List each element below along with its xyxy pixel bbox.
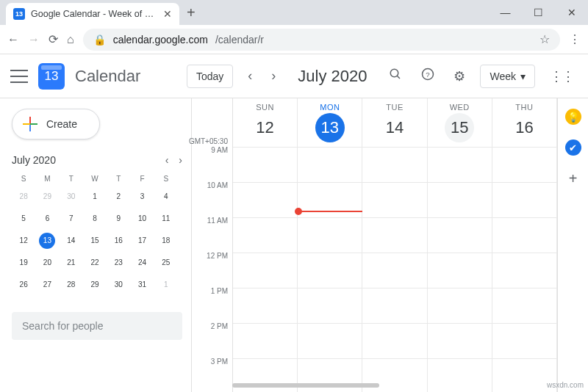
gear-icon[interactable]: ⚙: [449, 64, 470, 89]
minical-day[interactable]: 30: [107, 274, 130, 296]
minical-day[interactable]: 15: [83, 230, 107, 252]
time-slot[interactable]: [428, 288, 492, 323]
day-number[interactable]: 13: [315, 113, 345, 142]
time-slot[interactable]: [362, 148, 427, 182]
apps-icon[interactable]: ⋮⋮: [545, 64, 578, 89]
back-button[interactable]: ←: [7, 33, 19, 46]
close-window-button[interactable]: ✕: [555, 0, 588, 25]
time-slot[interactable]: [492, 183, 557, 217]
minical-day[interactable]: 29: [35, 186, 59, 208]
day-header[interactable]: TUE14: [362, 98, 427, 147]
time-slot[interactable]: [233, 253, 298, 288]
minical-day[interactable]: 9: [107, 208, 130, 230]
url-field[interactable]: 🔒 calendar.google.com/calendar/r ☆: [83, 29, 560, 51]
minical-day[interactable]: 2: [107, 186, 130, 208]
day-header[interactable]: MON13: [298, 98, 362, 147]
maximize-button[interactable]: ☐: [522, 0, 555, 25]
time-slot-row[interactable]: [233, 182, 557, 217]
minical-day[interactable]: 6: [35, 208, 59, 230]
time-slot[interactable]: [298, 253, 362, 288]
minical-day[interactable]: 18: [154, 230, 178, 252]
minical-day[interactable]: 7: [60, 208, 83, 230]
day-number[interactable]: 14: [380, 113, 409, 142]
minical-day[interactable]: 5: [12, 208, 35, 230]
minical-day[interactable]: 31: [130, 274, 154, 296]
home-button[interactable]: ⌂: [67, 33, 74, 46]
time-slot[interactable]: [492, 288, 557, 323]
horizontal-scrollbar[interactable]: [232, 383, 379, 388]
time-slot[interactable]: [428, 324, 492, 358]
day-number[interactable]: 15: [445, 113, 474, 142]
time-slot[interactable]: [362, 218, 427, 253]
time-slot[interactable]: [362, 324, 427, 358]
time-slot-row[interactable]: [233, 217, 557, 253]
prev-week-button[interactable]: ‹: [243, 64, 257, 88]
bookmark-icon[interactable]: ☆: [539, 32, 550, 46]
close-icon[interactable]: ✕: [163, 8, 172, 20]
week-grid[interactable]: GMT+05:30 9 AM10 AM11 AM12 PM1 PM2 PM3 P…: [191, 98, 557, 392]
view-selector[interactable]: Week▾: [480, 65, 535, 88]
minical-day[interactable]: 13: [35, 230, 59, 252]
minical-day[interactable]: 21: [60, 252, 83, 274]
minical-day[interactable]: 17: [130, 230, 154, 252]
minical-day[interactable]: 25: [154, 252, 178, 274]
day-header[interactable]: THU16: [492, 98, 557, 147]
time-slot[interactable]: [362, 183, 427, 217]
minical-day[interactable]: 27: [35, 274, 59, 296]
search-icon[interactable]: [384, 63, 406, 89]
time-slot[interactable]: [233, 148, 298, 182]
minical-day[interactable]: 24: [130, 252, 154, 274]
forward-button[interactable]: →: [28, 33, 40, 46]
time-slot[interactable]: [428, 218, 492, 253]
minical-next[interactable]: ›: [179, 154, 182, 166]
minical-day[interactable]: 23: [107, 252, 130, 274]
minicalendar[interactable]: SMTWTFS 28293012345678910111213141516171…: [12, 172, 178, 296]
time-slot[interactable]: [492, 218, 557, 253]
time-slot[interactable]: [298, 148, 362, 182]
minical-day[interactable]: 26: [12, 274, 35, 296]
today-button[interactable]: Today: [187, 65, 233, 88]
time-slot[interactable]: [492, 324, 557, 358]
add-addon-button[interactable]: +: [569, 170, 578, 187]
day-number[interactable]: 16: [509, 113, 539, 142]
time-slot[interactable]: [233, 183, 298, 217]
time-slot[interactable]: [492, 253, 557, 288]
minical-day[interactable]: 22: [83, 252, 107, 274]
time-slot[interactable]: [233, 288, 298, 323]
time-slot-row[interactable]: [233, 147, 557, 182]
time-slot[interactable]: [298, 324, 362, 358]
minical-day[interactable]: 1: [154, 274, 178, 296]
keep-icon[interactable]: 💡: [565, 109, 581, 125]
reload-button[interactable]: ⟳: [49, 32, 58, 46]
minical-day[interactable]: 10: [130, 208, 154, 230]
tasks-icon[interactable]: ✔: [565, 139, 581, 156]
minical-day[interactable]: 12: [12, 230, 35, 252]
minical-day[interactable]: 19: [12, 252, 35, 274]
minical-day[interactable]: 1: [83, 186, 107, 208]
minical-day[interactable]: 30: [60, 186, 83, 208]
minical-day[interactable]: 28: [60, 274, 83, 296]
next-week-button[interactable]: ›: [267, 64, 280, 88]
minical-day[interactable]: 28: [12, 186, 35, 208]
browser-tab[interactable]: 13 Google Calendar - Week of July 1 ✕: [6, 3, 179, 25]
time-slot[interactable]: [428, 183, 492, 217]
browser-menu-icon[interactable]: ⋮: [569, 32, 581, 46]
help-icon[interactable]: ?: [417, 63, 439, 89]
create-button[interactable]: Create: [12, 109, 100, 139]
new-tab-button[interactable]: +: [187, 4, 196, 21]
time-slot[interactable]: [492, 148, 557, 182]
time-slot[interactable]: [428, 148, 492, 182]
minical-day[interactable]: 20: [35, 252, 59, 274]
minical-day[interactable]: 8: [83, 208, 107, 230]
minical-day[interactable]: 29: [83, 274, 107, 296]
time-slot[interactable]: [362, 253, 427, 288]
time-slot[interactable]: [362, 288, 427, 323]
minical-day[interactable]: 11: [154, 208, 178, 230]
minical-day[interactable]: 14: [60, 230, 83, 252]
time-slot[interactable]: [233, 324, 298, 358]
day-header[interactable]: SUN12: [233, 98, 298, 147]
day-header[interactable]: WED15: [428, 98, 492, 147]
menu-icon[interactable]: [10, 70, 28, 83]
search-people-input[interactable]: Search for people: [12, 312, 182, 340]
time-slot-row[interactable]: [233, 323, 557, 358]
